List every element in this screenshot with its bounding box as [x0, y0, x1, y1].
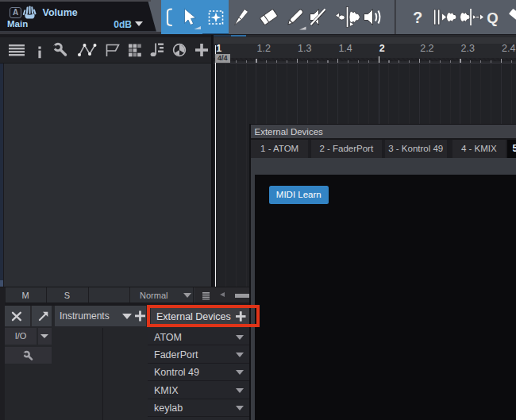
svg-text:Q: Q — [487, 10, 498, 26]
svg-text:?: ? — [413, 9, 422, 26]
